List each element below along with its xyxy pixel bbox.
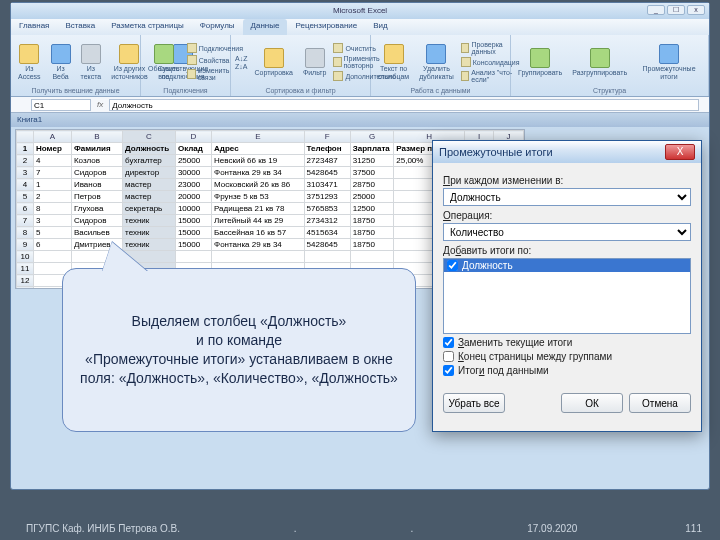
col-header[interactable]: F [304, 131, 350, 143]
cell[interactable]: 2723487 [304, 155, 350, 167]
cell[interactable]: 8 [34, 203, 72, 215]
cell[interactable]: 3751293 [304, 191, 350, 203]
replace-checkbox[interactable] [443, 337, 454, 348]
cell[interactable]: 12500 [350, 203, 394, 215]
cell[interactable]: 1 [34, 179, 72, 191]
ribbon-tab[interactable]: Вид [365, 19, 395, 35]
subtotal-button[interactable]: Промежуточные итоги [634, 42, 704, 83]
cell[interactable]: Московский 26 кв 86 [212, 179, 305, 191]
row-header[interactable]: 3 [17, 167, 34, 179]
dialog-titlebar[interactable]: Промежуточные итоги X [433, 141, 701, 163]
sort-button[interactable]: Сортировка [251, 46, 295, 79]
ribbon-tab[interactable]: Разметка страницы [103, 19, 192, 35]
cell[interactable]: 4515634 [304, 227, 350, 239]
cell[interactable]: Глухова [71, 203, 122, 215]
cell[interactable]: 28750 [350, 179, 394, 191]
operation-combo[interactable]: Количество [443, 223, 691, 241]
cell[interactable]: 7 [34, 167, 72, 179]
group-button[interactable]: Группировать [515, 46, 565, 79]
row-header[interactable]: 6 [17, 203, 34, 215]
remove-all-button[interactable]: Убрать все [443, 393, 505, 413]
cell[interactable]: 31250 [350, 155, 394, 167]
cell[interactable]: 2 [34, 191, 72, 203]
workbook-tab[interactable]: Книга1 [11, 113, 709, 127]
remove-dup-button[interactable]: Удалить дубликаты [416, 42, 457, 83]
cell[interactable]: 20000 [175, 191, 211, 203]
cell[interactable]: 37500 [350, 167, 394, 179]
additems-listbox[interactable]: Должность [443, 258, 691, 334]
cell[interactable]: Васильев [71, 227, 122, 239]
pagebreak-checkbox[interactable] [443, 351, 454, 362]
cell[interactable]: Номер [34, 143, 72, 155]
cell[interactable]: 5765853 [304, 203, 350, 215]
cell[interactable]: техник [123, 227, 176, 239]
from-access-button[interactable]: Из Access [15, 42, 44, 83]
name-box[interactable]: C1 [31, 99, 91, 111]
cell[interactable]: 15000 [175, 227, 211, 239]
ok-button[interactable]: ОК [561, 393, 623, 413]
cell[interactable]: Фонтанка 29 кв 34 [212, 167, 305, 179]
cancel-button[interactable]: Отмена [629, 393, 691, 413]
cell[interactable]: секретарь [123, 203, 176, 215]
row-header[interactable]: 12 [17, 275, 34, 287]
cell[interactable]: 18750 [350, 239, 394, 251]
from-text-button[interactable]: Из текста [78, 42, 105, 83]
filter-button[interactable]: Фильтр [300, 46, 330, 79]
below-checkbox[interactable] [443, 365, 454, 376]
text-to-columns-button[interactable]: Текст по столбцам [375, 42, 412, 83]
row-header[interactable]: 2 [17, 155, 34, 167]
row-header[interactable]: 8 [17, 227, 34, 239]
cell[interactable]: Фрунзе 5 кв 53 [212, 191, 305, 203]
col-header[interactable]: E [212, 131, 305, 143]
ribbon-tab[interactable]: Вставка [57, 19, 103, 35]
cell[interactable]: Телефон [304, 143, 350, 155]
cell[interactable]: Петров [71, 191, 122, 203]
refresh-button[interactable]: Обновить все [145, 42, 183, 83]
list-checkbox[interactable] [447, 260, 458, 271]
ribbon-tab[interactable]: Формулы [192, 19, 243, 35]
close-icon[interactable]: x [687, 5, 705, 15]
cell[interactable]: Зарплата [350, 143, 394, 155]
cell[interactable]: 5 [34, 227, 72, 239]
cell[interactable]: техник [123, 215, 176, 227]
col-header[interactable]: G [350, 131, 394, 143]
cell[interactable] [304, 251, 350, 263]
cell[interactable]: мастер [123, 179, 176, 191]
ungroup-button[interactable]: Разгруппировать [569, 46, 630, 79]
col-header[interactable]: A [34, 131, 72, 143]
cell[interactable]: мастер [123, 191, 176, 203]
cell[interactable]: Адрес [212, 143, 305, 155]
cell[interactable]: 25000 [175, 155, 211, 167]
row-header[interactable]: 13 [17, 287, 34, 290]
cell[interactable]: 23000 [175, 179, 211, 191]
cell[interactable] [212, 251, 305, 263]
row-header[interactable]: 10 [17, 251, 34, 263]
cell[interactable]: Невский 66 кв 19 [212, 155, 305, 167]
sort-az-button[interactable]: A↓Z [235, 55, 247, 62]
row-header[interactable]: 11 [17, 263, 34, 275]
cell[interactable]: 3103471 [304, 179, 350, 191]
cell[interactable]: 25000 [350, 191, 394, 203]
cell[interactable]: директор [123, 167, 176, 179]
col-header[interactable]: C [123, 131, 176, 143]
col-header[interactable]: D [175, 131, 211, 143]
cell[interactable]: 18750 [350, 227, 394, 239]
cell[interactable]: 3 [34, 215, 72, 227]
row-header[interactable]: 5 [17, 191, 34, 203]
cell[interactable]: Фамилия [71, 143, 122, 155]
cell[interactable] [175, 251, 211, 263]
ribbon-tab[interactable]: Рецензирование [287, 19, 365, 35]
cell[interactable]: 18750 [350, 215, 394, 227]
row-header[interactable]: 9 [17, 239, 34, 251]
ribbon-tab[interactable]: Главная [11, 19, 57, 35]
cell[interactable]: 30000 [175, 167, 211, 179]
sort-za-button[interactable]: Z↓A [235, 63, 247, 70]
cell[interactable]: 5428645 [304, 167, 350, 179]
cell[interactable]: 5428645 [304, 239, 350, 251]
cell[interactable]: 10000 [175, 203, 211, 215]
formula-input[interactable]: Должность [109, 99, 699, 111]
cell[interactable]: Сидоров [71, 215, 122, 227]
cell[interactable] [34, 251, 72, 263]
cell[interactable]: Бассейная 16 кв 57 [212, 227, 305, 239]
col-header[interactable]: B [71, 131, 122, 143]
